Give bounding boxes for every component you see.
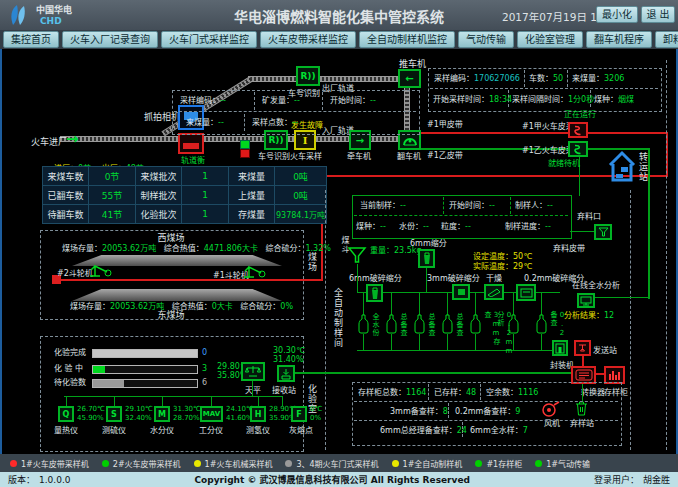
tab-unload-program[interactable]: 卸料程序: [655, 31, 678, 48]
main-menu: 集控首页 火车入厂记录查询 火车门式采样监控 火车皮带采样监控 全自动制样机监控…: [0, 30, 678, 49]
progress-value-testing: 3: [202, 364, 207, 374]
legend-item: 2#火车皮带采样机: [102, 458, 181, 469]
ash-fusion-label: 灰熔点: [289, 426, 313, 436]
process-line: [419, 334, 420, 351]
bottle-icon: [536, 314, 547, 334]
process-bus: [357, 350, 557, 351]
transfer-station-icon[interactable]: [608, 149, 636, 183]
tab-belt-sampler[interactable]: 火车皮带采样监控: [260, 31, 356, 48]
region-divider: [630, 190, 631, 450]
bottle-icon: [386, 314, 397, 334]
status-legend: 1#火车皮带采样机 2#火车皮带采样机 1#火车机械采样机 3、4期火车门式采样…: [0, 454, 678, 472]
field-prep-start: 开始时间：--: [449, 201, 495, 211]
online-analyzer-icon[interactable]: [577, 293, 595, 308]
transfer-station-label: 转运站: [637, 152, 648, 192]
stat-label: 来煤批次: [136, 167, 181, 185]
bottle-label: 全水份: [370, 313, 379, 343]
divider: [322, 92, 323, 110]
moisture-temp: 31.30℃: [173, 405, 201, 414]
west-yard-label: 西煤场: [40, 233, 302, 244]
crusher-6mm-icon[interactable]: [366, 284, 383, 302]
belt-sampler-1a-icon[interactable]: [568, 122, 588, 138]
coal-yard-side-label: 煤场: [306, 252, 317, 302]
pneumatic-line: [295, 372, 571, 374]
belt-1a-line: [421, 132, 668, 134]
sulfur-temp: 29.10℃: [125, 405, 153, 414]
car-id-reader-out-icon[interactable]: R)): [296, 66, 320, 86]
sulfur-humidity: 32.40%: [125, 414, 152, 423]
stacker-2-icon[interactable]: [88, 260, 114, 278]
receive-station-icon[interactable]: [277, 365, 295, 382]
tab-train-entry-records[interactable]: 火车入厂记录查询: [62, 31, 158, 48]
field-cabinet-total: 存样柜总数：1164: [358, 388, 426, 398]
pusher-icon[interactable]: ←: [398, 69, 421, 88]
stat-value: 93784.1万吨: [275, 205, 326, 223]
signal-lamp-green: [240, 140, 250, 149]
ash-fusion-humidity: 0%: [310, 414, 321, 423]
divider: [174, 111, 416, 112]
discard-port-icon[interactable]: [594, 224, 612, 240]
tab-home[interactable]: 集控首页: [3, 31, 59, 48]
exit-button[interactable]: 退 出: [641, 6, 675, 23]
progress-label-waiting: 待化验数: [54, 378, 86, 388]
sulfur-analyzer-icon[interactable]: S: [106, 406, 122, 422]
process-line: [475, 334, 476, 351]
send-station-icon[interactable]: [574, 340, 591, 356]
legend-item: 1#火车皮带采样机: [10, 458, 89, 469]
progress-bar-waiting: [92, 379, 198, 388]
process-line: [541, 334, 542, 351]
field-moisture: 水份：--: [399, 222, 429, 232]
tab-dumper-program[interactable]: 翻车机程序: [586, 31, 652, 48]
divider: [428, 384, 429, 400]
minimize-button[interactable]: 最小化: [596, 6, 638, 23]
progress-bar-testing: [92, 365, 198, 374]
stat-value: 41节: [89, 205, 135, 223]
machine-label-dryer: 干燥: [486, 274, 502, 284]
calorimeter-icon[interactable]: Q: [58, 406, 74, 422]
east-yard-label: 东煤场: [40, 310, 302, 321]
divider: [254, 92, 255, 110]
process-line: [419, 292, 420, 315]
tab-auto-prep[interactable]: 全自动制样机监控: [359, 31, 455, 48]
bottle-label: 总备查: [398, 313, 407, 343]
tab-gantry-sampler[interactable]: 火车门式采样监控: [161, 31, 257, 48]
status-bar: 版本：1.0.0.0 Copyright © 武汉博晟信息科技有限公司 All …: [0, 472, 678, 487]
stat-label: 待翻车数: [43, 205, 88, 223]
field-sample-start: 开始采样时间：18:34: [433, 95, 512, 105]
balance-icon[interactable]: [241, 362, 265, 381]
field-sample-points: 采样点数：--: [252, 118, 298, 128]
divider-6mm-icon[interactable]: [418, 249, 435, 268]
moisture-humidity: 28.70%: [173, 414, 200, 423]
track-scale-icon[interactable]: [178, 133, 204, 154]
proximate-analyzer-icon[interactable]: MAV: [200, 406, 223, 422]
lab-line: [258, 396, 259, 406]
stat-label: 来煤量: [229, 167, 274, 185]
hydrogen-label: 测氢仪: [246, 426, 270, 436]
progress-label-testing: 化 验 中: [54, 364, 83, 374]
calorimeter-humidity: 45.90%: [77, 414, 104, 423]
field-prep-progress: 制样进度：--: [505, 222, 551, 232]
legend-dot-icon: [475, 460, 482, 467]
lab-line: [66, 396, 67, 406]
hydrogen-analyzer-icon[interactable]: H: [250, 406, 266, 422]
process-line: [357, 264, 358, 293]
tab-pneumatic[interactable]: 气动传输: [458, 31, 514, 48]
divider: [244, 114, 245, 131]
dryer-icon[interactable]: [484, 284, 504, 300]
process-line: [447, 292, 448, 315]
stacker-1-icon[interactable]: [242, 261, 268, 279]
ash-fusion-icon[interactable]: F: [291, 406, 307, 422]
coal-pile-east: [72, 289, 282, 301]
crusher-3mm-icon[interactable]: [452, 284, 470, 300]
belt-sampler-1b-icon[interactable]: [568, 141, 588, 157]
hopper-icon[interactable]: [347, 246, 367, 264]
stat-value: 0节: [89, 167, 135, 185]
tab-lab-mgmt[interactable]: 化验室管理: [517, 31, 583, 48]
crusher-02mm-icon[interactable]: [516, 284, 536, 301]
legend-dot-icon: [535, 460, 542, 467]
moisture-analyzer-icon[interactable]: M: [154, 406, 170, 422]
send-gate-icon[interactable]: [552, 340, 568, 356]
discard-belt-label: 弃料皮带: [553, 244, 585, 254]
divider: [443, 197, 444, 214]
stat-label: 存煤量: [229, 205, 274, 223]
